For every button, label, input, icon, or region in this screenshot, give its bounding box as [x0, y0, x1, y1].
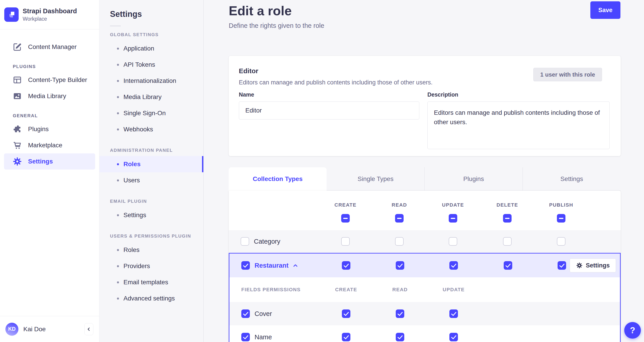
description-label: Description — [428, 91, 610, 98]
restaurant-row-checkbox[interactable] — [241, 261, 250, 270]
category-create-checkbox[interactable] — [341, 237, 350, 246]
strapi-logo-icon — [4, 8, 19, 22]
bullet-icon — [117, 80, 119, 82]
cover-read-checkbox[interactable] — [396, 309, 404, 318]
sidebar-item-api-tokens[interactable]: API Tokens — [100, 57, 203, 73]
save-button[interactable]: Save — [590, 1, 620, 19]
table-row-cover: Cover — [230, 302, 620, 325]
select-all-publish-checkbox[interactable] — [557, 214, 566, 222]
sidebar-item-admin-users[interactable]: Users — [100, 172, 203, 188]
restaurant-toggle[interactable]: Restaurant — [254, 262, 298, 269]
description-textarea[interactable]: Editors can manage and publish contents … — [428, 102, 610, 149]
section-email-plugin: EMAIL PLUGIN — [110, 199, 203, 204]
name-update-checkbox[interactable] — [450, 333, 458, 341]
restaurant-delete-checkbox[interactable] — [504, 261, 512, 270]
tab-settings[interactable]: Settings — [522, 167, 621, 191]
sidebar-item-email-settings[interactable]: Settings — [100, 207, 203, 223]
sidebar-item-marketplace[interactable]: Marketplace — [4, 137, 95, 153]
sidebar-item-internationalization[interactable]: Internationalization — [100, 73, 203, 89]
category-read-checkbox[interactable] — [395, 237, 404, 246]
sub-item-label: Settings — [124, 212, 146, 219]
category-row-checkbox[interactable] — [241, 237, 249, 246]
bullet-icon — [117, 297, 119, 299]
settings-sidebar-title: Settings — [110, 10, 203, 19]
bullet-icon — [117, 249, 119, 251]
column-header-create: CREATE — [318, 202, 372, 208]
gear-icon — [576, 262, 583, 269]
sidebar-item-up-email-templates[interactable]: Email templates — [100, 274, 203, 290]
user-menu[interactable]: KD Kai Doe — [6, 323, 46, 336]
cover-row-checkbox[interactable] — [241, 309, 250, 318]
bullet-icon — [117, 128, 119, 130]
sidebar-item-webhooks[interactable]: Webhooks — [100, 121, 203, 137]
table-row-name: Name — [230, 325, 620, 342]
name-input[interactable] — [239, 102, 419, 120]
row-label[interactable]: Cover — [254, 310, 272, 317]
sidebar-item-single-sign-on[interactable]: Single Sign-On — [100, 105, 203, 121]
settings-icon — [12, 157, 22, 166]
bullet-icon — [117, 179, 119, 181]
sidebar-item-up-roles[interactable]: Roles — [100, 242, 203, 258]
help-button[interactable]: ? — [624, 322, 641, 339]
avatar: KD — [6, 323, 18, 336]
marketplace-icon — [12, 141, 22, 150]
restaurant-create-checkbox[interactable] — [342, 261, 350, 270]
sub-item-label: Application — [124, 45, 154, 52]
restaurant-update-checkbox[interactable] — [450, 261, 458, 270]
column-header-delete: DELETE — [480, 202, 534, 208]
collapse-sidebar-button[interactable] — [84, 323, 94, 335]
category-update-checkbox[interactable] — [449, 237, 457, 246]
sidebar-item-content-type-builder[interactable]: Content-Type Builder — [4, 72, 95, 88]
settings-button-label: Settings — [586, 262, 610, 269]
sidebar-item-content-manager[interactable]: Content Manager — [4, 39, 95, 55]
sidebar-item-application[interactable]: Application — [100, 41, 203, 57]
sidebar-item-up-providers[interactable]: Providers — [100, 258, 203, 274]
sidebar-item-settings[interactable]: Settings — [4, 153, 95, 170]
sidebar-item-up-advanced-settings[interactable]: Advanced settings — [100, 290, 203, 306]
chevron-left-icon — [86, 326, 92, 332]
section-administration-panel: ADMINISTRATION PANEL — [110, 148, 203, 153]
tab-single-types[interactable]: Single Types — [326, 167, 424, 191]
tab-collection-types[interactable]: Collection Types — [229, 167, 326, 191]
sidebar-item-label: Plugins — [28, 126, 49, 133]
select-all-update-checkbox[interactable] — [449, 214, 457, 222]
bullet-icon — [117, 163, 119, 165]
sidebar-item-admin-roles[interactable]: Roles — [100, 156, 203, 172]
select-all-read-checkbox[interactable] — [395, 214, 404, 222]
restaurant-settings-button[interactable]: Settings — [570, 258, 616, 272]
sidebar-item-media-library-settings[interactable]: Media Library — [100, 89, 203, 105]
name-create-checkbox[interactable] — [342, 333, 350, 341]
restaurant-read-checkbox[interactable] — [396, 261, 404, 270]
cover-update-checkbox[interactable] — [450, 309, 458, 318]
fields-column-update: UPDATE — [427, 287, 480, 293]
bullet-icon — [117, 64, 119, 66]
cover-create-checkbox[interactable] — [342, 309, 350, 318]
table-row-category: Category — [229, 230, 621, 253]
sidebar-item-plugins[interactable]: Plugins — [4, 121, 95, 137]
restaurant-publish-checkbox[interactable] — [558, 261, 566, 270]
name-row-checkbox[interactable] — [241, 333, 250, 341]
category-publish-checkbox[interactable] — [557, 237, 566, 246]
table-row-restaurant: Restaurant Settings — [230, 253, 620, 277]
sidebar-item-media-library[interactable]: Media Library — [4, 88, 95, 104]
bullet-icon — [117, 96, 119, 98]
user-footer: KD Kai Doe — [0, 316, 99, 342]
fields-column-read: READ — [373, 287, 427, 293]
workspace-subtitle: Workplace — [23, 16, 77, 22]
permissions-header-row: CREATE READ UPDATE DELETE PUBLISH — [229, 191, 621, 230]
category-delete-checkbox[interactable] — [503, 237, 512, 246]
row-label[interactable]: Category — [254, 238, 280, 245]
role-details-card: Editor Editors can manage and publish co… — [229, 56, 621, 156]
users-with-role-button[interactable]: 1 user with this role — [533, 68, 602, 81]
section-global-settings: GLOBAL SETTINGS — [110, 32, 203, 37]
tab-plugins[interactable]: Plugins — [424, 167, 522, 191]
name-read-checkbox[interactable] — [396, 333, 404, 341]
sub-item-label: Internationalization — [124, 77, 176, 84]
sidebar-item-label: Content Manager — [28, 43, 76, 51]
select-all-delete-checkbox[interactable] — [503, 214, 512, 222]
bullet-icon — [117, 281, 119, 283]
workspace-switcher[interactable]: Strapi Dashboard Workplace — [0, 0, 99, 30]
select-all-create-checkbox[interactable] — [341, 214, 350, 222]
row-label[interactable]: Name — [254, 333, 272, 341]
sub-item-label: Media Library — [124, 93, 162, 101]
